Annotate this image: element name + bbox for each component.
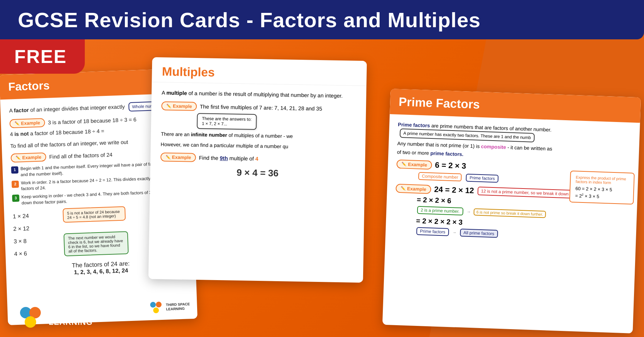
step-num-2: 2 [11,180,19,188]
prime-factors-bottom: Prime factors [416,227,449,236]
prime-card-body: Prime factors are prime numbers that are… [385,114,640,251]
arrow-right-2: → [452,230,456,234]
multiples-definition: A multiple of a number is the result of … [162,89,356,100]
all-prime-label: All prime factors [460,229,498,238]
svg-point-2 [153,307,159,313]
example-pill-m2: Example [160,152,196,162]
tsl-logo-factors: THIRD SPACELEARNING [148,299,190,315]
multiples-title: Multiples [162,64,357,82]
index-calc1: 60 = 2 × 2 × 3 × 5 [575,186,628,193]
not-factor-note: 5 is not a factor of 24 because 24 ÷ 5 =… [63,206,126,223]
prime-example2-label: 24 = 2 × 12 [434,185,474,195]
company-name: THIRD SPACE LEARNING [49,307,106,327]
infinite-text: There are an infinite number of multiple… [161,130,356,141]
multiples-calc: 9 × 4 = 36 [160,166,355,180]
header-bar: GCSE Revision Cards - Factors and Multip… [0,0,644,39]
svg-point-5 [25,316,36,328]
prime-is-note: 2 is a prime number. [417,206,463,215]
prime-number-note: A prime number has exactly two factors. … [400,128,535,142]
company-line1: THIRD SPACE [49,307,106,317]
find-text: Find the 9th multiple of 4 [199,155,258,162]
prime-factors-label: Prime factors [466,174,498,183]
example3-label: Find all of the factors of 24 [49,152,112,160]
these-are-calcs: 1 × 7, 2 × 7... [202,121,252,127]
svg-point-0 [150,302,156,308]
six-not-note: 6 is not prime so break it down further. [473,208,546,218]
company-logo-icon [18,305,43,330]
tsl-icon-factors [148,300,163,315]
multiples-card-header: Multiples [152,57,367,86]
prime-definition-blue: Prime factors [398,122,430,128]
card-prime-factors: Prime Factors Prime factors are prime nu… [382,89,641,333]
example-pill-3: Example [11,152,47,162]
composite-label: Composite number [418,172,462,181]
example-pill-p2: Example [396,184,431,194]
multiples-card-body: A multiple of a number is the result of … [150,82,366,187]
card-multiples: Multiples A multiple of a number is the … [148,57,367,283]
prime-example1-calc: 6 = 2 × 3 [435,160,466,171]
company-line2: LEARNING [49,317,106,328]
multiples-example1-text: The first five multiples of 7 are: 7, 14… [200,103,322,112]
step-num-1: 1 [11,166,19,174]
arrow-right: → [467,210,470,214]
these-are-box: These are the answers to: 1 × 7, 2 × 7..… [197,113,257,130]
multiples-example1-line: Example The first five multiples of 7 ar… [161,101,356,113]
next-note: The next number we would check is 6, but… [64,231,129,256]
logo-area: THIRD SPACE LEARNING [18,305,106,330]
example-pill-1: Example [9,118,45,128]
prime-title: Prime Factors [399,95,632,117]
example-pill-m1: Example [161,101,197,111]
however-text: However, we can find a particular multip… [161,141,355,151]
example1-text: 3 is a factor of 18 because 18 ÷ 3 = 6 [48,116,137,126]
example-pill-p1: Example [396,159,432,169]
tsl-text-factors: THIRD SPACELEARNING [166,302,190,311]
index-form-label: Express the product of prime factors in … [576,175,629,185]
page-title: GCSE Revision Cards - Factors and Multip… [18,8,480,32]
index-form-box: Express the product of prime factors in … [569,171,635,205]
free-badge: FREE [0,39,85,74]
svg-point-1 [156,302,162,308]
these-are-area: These are the answers to: 1 × 7, 2 × 7..… [197,113,356,132]
multiples-example2-line: Example Find the 9th multiple of 4 [160,152,355,165]
index-calc2: = 22 × 3 × 5 [575,192,628,200]
step-num-3: 3 [12,195,20,202]
